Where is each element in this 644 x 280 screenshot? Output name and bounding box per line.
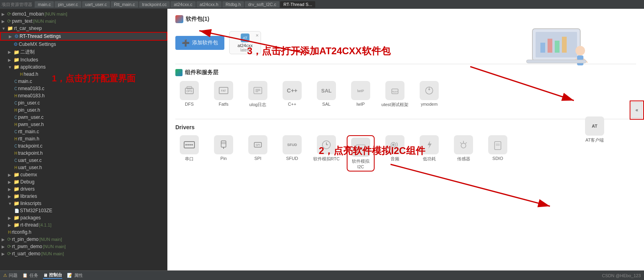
tab-at24cxx-c[interactable]: at24cxx.c (171, 1, 195, 8)
sdio-icon (488, 135, 507, 154)
driver-serial-label: 串口 (185, 156, 194, 162)
pkg-card-version: latest (240, 48, 250, 52)
tree-item-pin-user-h[interactable]: H pin_user.h (0, 106, 167, 114)
svg-text:I2C: I2C (359, 146, 363, 149)
collapse-panel-button-wrapper: « (630, 101, 644, 120)
tree-item-cubemx[interactable]: ⚙ CubeMX Settings (0, 41, 167, 48)
tree-item-binary[interactable]: ▶ 📁 二进制 (0, 48, 167, 56)
collapse-panel-button[interactable]: « (631, 102, 642, 118)
at-client-section: AT AT客户端 (585, 116, 604, 143)
fatfs-icon: FAT (214, 81, 233, 100)
folder-icon-rtt: 📁 (14, 222, 20, 228)
comp-label-lwip: lwIP (357, 102, 365, 106)
tree-item-includes[interactable]: ▶ 📁 Includes (0, 56, 167, 63)
tab-rtdbg-h[interactable]: Rtdbg.h (222, 1, 244, 8)
tree-item-rtconfig-h[interactable]: H rtconfig.h (0, 229, 167, 236)
tree-item-pwm-user-c[interactable]: C pwm_user.c (0, 114, 167, 121)
warning-icon: ⚠ (3, 273, 7, 278)
pkg-card-name: at24cxx (238, 43, 253, 48)
driver-serial[interactable]: 串口 (175, 135, 203, 172)
tree-item-rt-thread-settings[interactable]: ▶ ⚙ RT-Thread Settings (0, 32, 167, 41)
comp-item-cpp[interactable]: C++ C++ (278, 81, 306, 108)
tree-item-stm32[interactable]: 📄 STM32F103ZE (0, 207, 167, 214)
driver-sdio[interactable]: SDIO (484, 135, 512, 172)
tab-at24cxx-h[interactable]: at24cxx.h (196, 1, 222, 8)
comp-item-dfs[interactable]: DFS DFS (175, 81, 203, 108)
driver-rtc[interactable]: 软件模拟RTC (312, 135, 340, 172)
tree-label-binary: 二进制 (20, 49, 35, 55)
tree-item-rt-thread[interactable]: ▶ 📁 rt-thread [4.1.1] (0, 221, 167, 229)
tab-trackpoint-cc[interactable]: trackpoint.cc (139, 1, 170, 8)
comp-item-sal[interactable]: SAL SAL (312, 81, 340, 108)
driver-lowpower-label: 低功耗 (423, 156, 436, 162)
tree-item-rt-uart-demo[interactable]: ▶ ⟳ rt_uart_demo [NUN main] (0, 250, 167, 257)
tree-item-uart-user-h[interactable]: H uart_user.h (0, 164, 167, 171)
driver-sfud[interactable]: SFUD SFUD (278, 135, 306, 172)
tree-item-nmea0183-h[interactable]: H nmea0183.h (0, 92, 167, 99)
tree-item-drivers[interactable]: ▶ 📁 drivers (0, 185, 167, 193)
comp-item-ymodem[interactable]: ymodem (415, 81, 443, 108)
svg-text:DFS: DFS (187, 90, 192, 93)
tree-label-uart-c: uart_user.c (18, 158, 41, 163)
tag-2: [NUN main] (33, 19, 56, 24)
tree-item-uart-user-c[interactable]: C uart_user.c (0, 157, 167, 164)
tab-main-c[interactable]: main.c (35, 1, 54, 8)
status-item-console[interactable]: 🖥 控制台 (43, 272, 62, 279)
tree-item-trackpoint-c[interactable]: C trackpoint.c (0, 142, 167, 150)
arrow-rtt: ▶ (8, 223, 13, 227)
tree-item-trackpoint-h[interactable]: H trackpoint.h (0, 150, 167, 157)
pkg-card-close-btn[interactable]: × (255, 32, 259, 38)
at24cxx-package-card[interactable]: × AT at24cxx latest (229, 31, 261, 54)
comp-item-ulog[interactable]: ulog日志 (244, 81, 272, 108)
driver-audio[interactable]: 音频 (381, 135, 409, 172)
tree-item-rt-pwm-demo[interactable]: ▶ ⟳ rt_pwm_demo [NUN main] (0, 243, 167, 250)
tree-item-libraries[interactable]: ▶ 📁 libraries (0, 193, 167, 200)
tree-item-rtt-main-h[interactable]: H rtt_main.h (0, 135, 167, 142)
tree-item-pwm-user-h[interactable]: H pwm_user.h (0, 121, 167, 128)
tree-item-rtt-main-c[interactable]: C rtt_main.c (0, 128, 167, 135)
console-label: 控制台 (49, 272, 62, 278)
collapse-button-border: « (630, 101, 644, 120)
tab-pin-user-c[interactable]: pin_user.c (55, 1, 81, 8)
tree-item-main-c[interactable]: C main.c (0, 78, 167, 85)
tree-item-pin-user-c[interactable]: C pin_user.c (0, 99, 167, 106)
tree-item-cubemx2[interactable]: ▶ 📁 cubemx (0, 171, 167, 178)
tree-item-demo1[interactable]: ▶ ⟳ demo1_moban [NUN main] (0, 10, 167, 18)
tree-item-debug[interactable]: ▶ 📁 Debug (0, 178, 167, 185)
tab-rt-thread-settings[interactable]: RT-Thread S... (280, 1, 315, 8)
repo-icon-5: ⟳ (7, 251, 11, 256)
tree-item-applications[interactable]: ▼ 📁 applications (0, 63, 167, 71)
driver-pin[interactable]: Pin (210, 135, 238, 172)
tree-item-rt-pin-demo[interactable]: ▶ ⟳ rt_pin_demo [NUN main] (0, 236, 167, 243)
tree-item-packages[interactable]: ▶ 📁 packages (0, 214, 167, 221)
at-client-label: AT客户端 (585, 137, 604, 143)
driver-spi[interactable]: SPI SPI (244, 135, 272, 172)
tree-item-rt-car-sheep[interactable]: ▼ 📁 rt_car_sheep (0, 25, 167, 32)
comp-title-icon (175, 69, 183, 76)
folder-binary-icon: 📁 (14, 49, 20, 55)
status-item-properties[interactable]: 📝 属性 (67, 272, 83, 278)
tree-label: demo1_moban (12, 11, 44, 17)
spi-icon: SPI (248, 135, 267, 154)
tree-item-head-h[interactable]: H head.h (0, 71, 167, 78)
arrow-libs: ▶ (8, 194, 13, 199)
driver-sensor[interactable]: 传感器 (450, 135, 477, 172)
driver-i2c[interactable]: I2C 软件模拟I2C (347, 135, 375, 172)
comp-item-fatfs[interactable]: FAT Fatfs (210, 81, 238, 108)
tree-item-nmea0183-c[interactable]: C nmea0183.c (0, 85, 167, 92)
tab-rtt-main-c[interactable]: Rtt_main.c (111, 1, 138, 8)
console-icon: 🖥 (43, 273, 47, 278)
tree-item-linkscripts[interactable]: ▼ 📁 linkscripts (0, 200, 167, 207)
illustration (516, 13, 596, 81)
status-item-problems[interactable]: ⚠ 问题 (3, 272, 18, 278)
tab-drv-soft-i2c[interactable]: drv_soft_I2C.c (245, 1, 279, 8)
tree-item-pwm-text[interactable]: ▶ ⟳ pwm_text [NUN main] (0, 18, 167, 25)
comp-item-utest[interactable]: TEST utest测试框架 (381, 81, 409, 108)
folder-icon-drv: 📁 (14, 186, 20, 192)
status-item-tasks[interactable]: 📋 任务 (22, 272, 38, 278)
tab-uart-user-c[interactable]: uart_user.c (82, 1, 110, 8)
add-package-button[interactable]: ➕ 添加软件包 (175, 36, 224, 50)
tree-label-pwm-demo: rt_pwm_demo (12, 244, 42, 249)
comp-item-lwip[interactable]: lwIP lwIP (347, 81, 375, 108)
driver-lowpower[interactable]: 低功耗 (415, 135, 443, 172)
